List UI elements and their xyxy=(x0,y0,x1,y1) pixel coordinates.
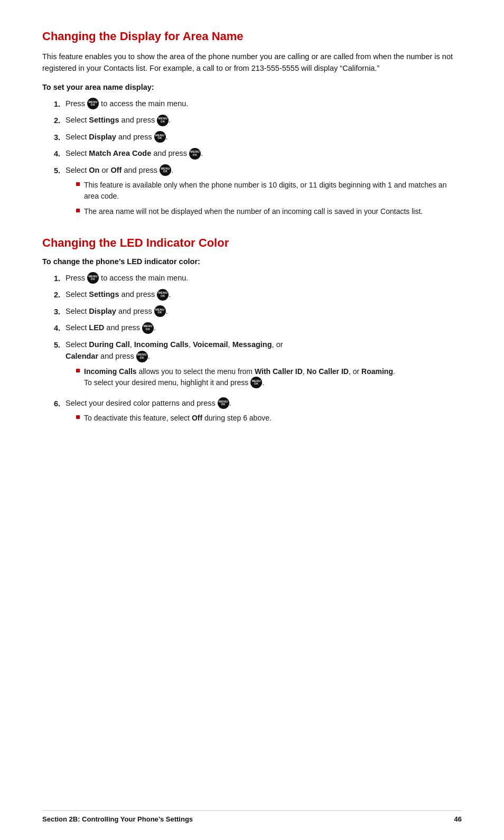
bullet-icon xyxy=(76,209,80,212)
section1-steps: 1. Press MENUOK to access the main menu.… xyxy=(42,98,462,221)
menu-ok-icon: MENUOK xyxy=(250,377,262,388)
step-number: 1. xyxy=(46,272,60,284)
menu-ok-icon: MENUOK xyxy=(154,131,166,143)
section1-bullets: This feature is available only when the … xyxy=(66,180,462,217)
step-number: 6. xyxy=(46,397,60,409)
footer: Section 2B: Controlling Your Phone’s Set… xyxy=(42,810,462,823)
section2-step6-bullets: To deactivate this feature, select Off d… xyxy=(66,413,462,424)
menu-ok-icon: MENUOK xyxy=(218,397,229,409)
step-number: 2. xyxy=(46,288,60,301)
menu-ok-icon: MENUOK xyxy=(157,115,169,126)
bullet-icon xyxy=(76,182,80,186)
menu-ok-icon: MENUOK xyxy=(154,305,166,317)
menu-ok-icon: MENUOK xyxy=(136,351,148,362)
step-1-2: 2. Select Settings and press MENUOK. xyxy=(42,114,462,126)
step-number: 1. xyxy=(46,98,60,110)
page: Changing the Display for Area Name This … xyxy=(0,0,504,840)
step-1-1: 1. Press MENUOK to access the main menu. xyxy=(42,98,462,110)
step-2-4: 4. Select LED and press MENUOK. xyxy=(42,322,462,334)
menu-ok-icon: MENUOK xyxy=(87,98,99,109)
section2-title: Changing the LED Indicator Color xyxy=(42,236,462,250)
section1-title: Changing the Display for Area Name xyxy=(42,30,462,43)
step-number: 3. xyxy=(46,305,60,318)
step-2-3: 3. Select Display and press MENUOK. xyxy=(42,305,462,318)
menu-ok-icon: MENUOK xyxy=(142,322,154,334)
step-1-4: 4. Select Match Area Code and press MENU… xyxy=(42,147,462,160)
section2-step5-bullets: Incoming Calls allows you to select the … xyxy=(66,366,462,389)
menu-ok-icon: MENUOK xyxy=(87,272,99,284)
bullet-item: To deactivate this feature, select Off d… xyxy=(66,413,462,424)
step-number: 2. xyxy=(46,114,60,126)
bullet-item: Incoming Calls allows you to select the … xyxy=(66,366,462,389)
bullet-item: This feature is available only when the … xyxy=(66,180,462,202)
section2-label: To change the phone’s LED indicator colo… xyxy=(42,257,462,266)
step-2-2: 2. Select Settings and press MENUOK. xyxy=(42,288,462,301)
step-2-5: 5. Select During Call, Incoming Calls, V… xyxy=(42,339,462,393)
bullet-icon xyxy=(76,369,80,372)
menu-ok-icon: MENUOK xyxy=(157,289,169,301)
footer-left: Section 2B: Controlling Your Phone’s Set… xyxy=(42,815,193,823)
step-1-3: 3. Select Display and press MENUOK. xyxy=(42,131,462,143)
bullet-item: The area name will not be displayed when… xyxy=(66,206,462,217)
step-number: 4. xyxy=(46,322,60,334)
step-number: 4. xyxy=(46,147,60,160)
step-number: 3. xyxy=(46,131,60,143)
section1-label: To set your area name display: xyxy=(42,83,462,91)
footer-right: 46 xyxy=(454,815,462,823)
section1-intro: This feature enables you to show the are… xyxy=(42,51,462,74)
step-number: 5. xyxy=(46,164,60,176)
step-2-1: 1. Press MENUOK to access the main menu. xyxy=(42,272,462,284)
section2: Changing the LED Indicator Color To chan… xyxy=(42,236,462,428)
step-1-5: 5. Select On or Off and press MENUOK. Th… xyxy=(42,164,462,221)
menu-ok-icon: MENUOK xyxy=(189,148,201,160)
bullet-icon xyxy=(76,415,80,419)
section2-steps: 1. Press MENUOK to access the main menu.… xyxy=(42,272,462,428)
step-2-6: 6. Select your desired color patterns an… xyxy=(42,397,462,428)
step-number: 5. xyxy=(46,339,60,351)
menu-ok-icon: MENUOK xyxy=(160,164,171,176)
